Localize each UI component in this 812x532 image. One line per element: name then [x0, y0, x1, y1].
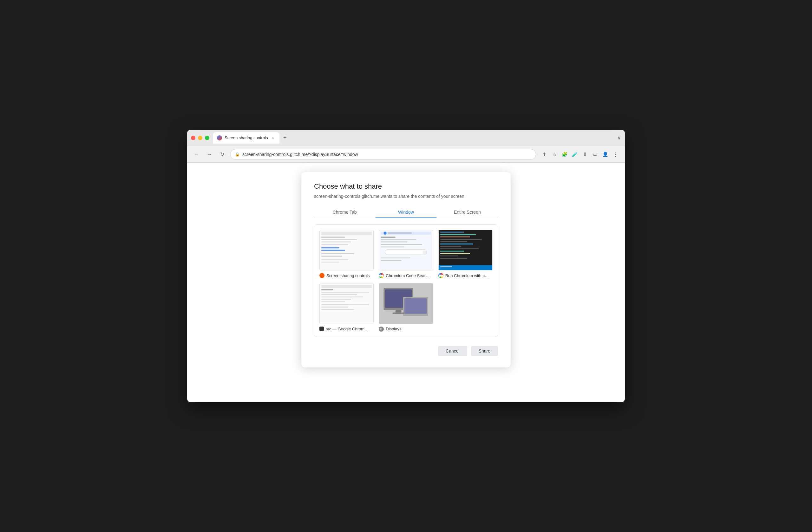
window-label-4: src — Google Chrome...	[319, 327, 374, 331]
window-thumb-3	[438, 230, 493, 270]
cancel-button[interactable]: Cancel	[438, 346, 467, 356]
tab-favicon	[217, 135, 222, 141]
url-box[interactable]: 🔒 screen-sharing-controls.glitch.me/?dis…	[230, 149, 536, 160]
share-tabs: Chrome Tab Window Entire Screen	[314, 206, 498, 218]
tab-title: Screen sharing controls	[224, 135, 268, 140]
svg-rect-4	[321, 241, 351, 242]
svg-rect-26	[440, 232, 464, 233]
tab-chrome-tab[interactable]: Chrome Tab	[314, 206, 375, 218]
svg-rect-27	[440, 234, 476, 235]
tab-window[interactable]: Window	[375, 206, 436, 218]
svg-rect-35	[440, 253, 470, 254]
active-tab[interactable]: Screen sharing controls ×	[213, 132, 279, 144]
share-dialog: Choose what to share screen-sharing-cont…	[301, 172, 511, 367]
svg-rect-16	[381, 237, 395, 238]
svg-rect-1	[321, 232, 372, 235]
black-square-icon-4	[319, 327, 324, 331]
refresh-button[interactable]: ↻	[218, 150, 227, 159]
window-controls-right: ∨	[617, 135, 621, 141]
minimize-button[interactable]	[198, 136, 202, 140]
svg-rect-23	[381, 257, 410, 258]
window-thumb-1	[319, 230, 374, 270]
window-name-4: src — Google Chrome...	[326, 327, 370, 331]
svg-rect-39	[440, 266, 452, 267]
window-name-2: Chromium Code Searc...	[386, 273, 430, 278]
displays-icon-5: ⊞	[379, 327, 384, 331]
tab-close-button[interactable]: ×	[271, 135, 276, 141]
traffic-lights	[191, 136, 209, 140]
svg-rect-30	[440, 241, 467, 242]
svg-rect-9	[321, 256, 342, 257]
window-label-5: ⊞ Displays	[379, 327, 433, 331]
lab-icon[interactable]: 🧪	[570, 150, 579, 159]
bookmark-icon[interactable]: ☆	[550, 150, 559, 159]
window-thumb-4	[319, 283, 374, 324]
svg-rect-29	[440, 239, 482, 240]
extensions-icon[interactable]: 🧩	[560, 150, 569, 159]
window-label-1: Screen sharing controls	[319, 273, 374, 278]
window-item-run-chromium[interactable]: Run Chromium with co...	[438, 230, 493, 278]
svg-rect-37	[440, 258, 467, 259]
svg-point-14	[384, 232, 387, 235]
window-name-1: Screen sharing controls	[327, 273, 370, 278]
profile-icon[interactable]: 👤	[601, 150, 610, 159]
address-bar: ← → ↻ 🔒 screen-sharing-controls.glitch.m…	[187, 146, 625, 163]
svg-rect-28	[440, 237, 470, 237]
lock-icon: 🔒	[235, 152, 240, 157]
window-item-code-search[interactable]: Chromium Code Searc...	[379, 230, 433, 278]
share-button[interactable]: Share	[471, 346, 498, 356]
maximize-button[interactable]	[205, 136, 209, 140]
chrome-icon-2	[379, 273, 384, 278]
tab-bar: Screen sharing controls × +	[213, 132, 617, 144]
glitch-icon-1	[319, 273, 324, 278]
chrome-icon-3	[438, 273, 444, 278]
svg-rect-6	[321, 247, 339, 248]
svg-rect-48	[321, 304, 369, 305]
toolbar-icons: ⬆ ☆ 🧩 🧪 ⬇ ▭ 👤 ⋮	[540, 150, 620, 159]
svg-rect-31	[440, 243, 473, 245]
download-icon[interactable]: ⬇	[580, 150, 589, 159]
svg-rect-44	[321, 294, 357, 295]
window-item-src[interactable]: src — Google Chrome...	[319, 283, 374, 331]
svg-rect-2	[321, 237, 345, 238]
svg-rect-55	[404, 298, 426, 314]
svg-rect-56	[395, 310, 402, 313]
share-icon[interactable]: ⬆	[540, 150, 549, 159]
svg-rect-41	[321, 285, 372, 288]
svg-rect-47	[321, 301, 345, 302]
window-thumb-5	[379, 283, 433, 324]
menu-icon[interactable]: ⋮	[611, 150, 620, 159]
svg-rect-36	[440, 255, 458, 256]
window-label-2: Chromium Code Searc...	[379, 273, 433, 278]
dialog-subtitle: screen-sharing-controls.glitch.me wants …	[314, 194, 498, 199]
window-item-displays[interactable]: ⊞ Displays	[379, 283, 433, 331]
svg-rect-15	[388, 232, 412, 234]
close-button[interactable]	[191, 136, 195, 140]
svg-rect-34	[440, 251, 464, 252]
window-name-5: Displays	[386, 327, 401, 331]
window-name-3: Run Chromium with co...	[445, 273, 490, 278]
page-content: Choose what to share screen-sharing-cont…	[187, 163, 625, 402]
svg-rect-18	[381, 241, 407, 242]
svg-rect-42	[321, 290, 333, 291]
tab-entire-screen[interactable]: Entire Screen	[437, 206, 498, 218]
svg-rect-20	[381, 247, 404, 248]
svg-rect-25	[439, 230, 492, 270]
svg-rect-5	[321, 244, 348, 245]
cast-icon[interactable]: ▭	[591, 150, 599, 159]
back-button[interactable]: ←	[192, 150, 201, 159]
svg-rect-17	[381, 239, 416, 240]
svg-rect-50	[321, 309, 354, 310]
svg-rect-49	[321, 307, 348, 308]
svg-rect-46	[321, 299, 351, 300]
svg-rect-24	[381, 260, 402, 261]
browser-window: Screen sharing controls × + ∨ ← → ↻ 🔒 sc…	[187, 130, 625, 402]
svg-rect-10	[321, 259, 348, 260]
forward-button[interactable]: →	[205, 150, 214, 159]
window-item-screen-sharing[interactable]: Screen sharing controls	[319, 230, 374, 278]
svg-rect-8	[321, 253, 354, 254]
svg-rect-45	[321, 297, 363, 298]
title-bar: Screen sharing controls × + ∨	[187, 130, 625, 146]
svg-rect-11	[321, 262, 339, 263]
new-tab-button[interactable]: +	[281, 133, 290, 142]
